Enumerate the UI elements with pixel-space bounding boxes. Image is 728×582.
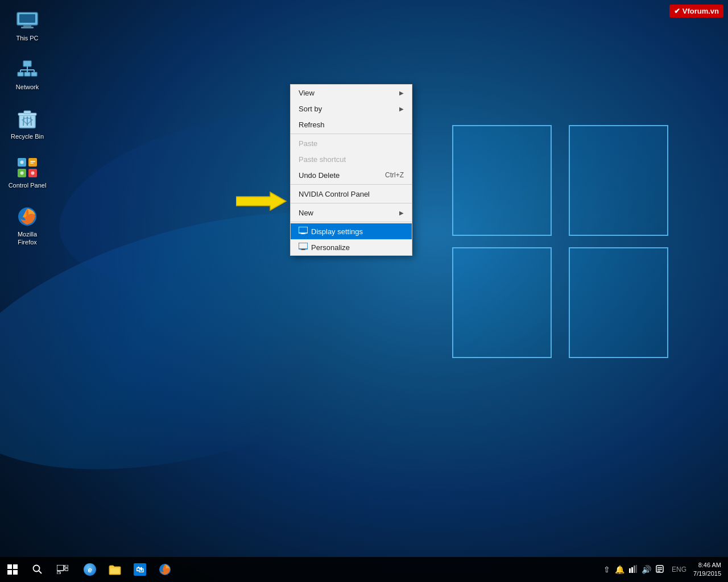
context-menu-undo-delete[interactable]: Undo Delete Ctrl+Z [291, 167, 412, 183]
personalize-content: Personalize [299, 243, 350, 252]
context-menu-display-settings[interactable]: Display settings [291, 223, 412, 239]
separator-4 [291, 222, 412, 222]
context-menu: View ▶ Sort by ▶ Refresh Paste Paste sho… [290, 84, 412, 256]
svg-rect-15 [24, 111, 31, 114]
watermark: ✔ Vforum.vn [669, 5, 723, 18]
recycle-bin-label: Recycle Bin [11, 132, 44, 140]
desktop-icons-container: This PC Network [0, 0, 55, 265]
network-label: Network [16, 83, 39, 91]
sort-by-label: Sort by [299, 105, 322, 113]
tray-up-arrow[interactable]: ⇧ [602, 564, 611, 575]
network-icon [16, 58, 39, 81]
new-arrow: ▶ [399, 210, 404, 216]
separator-3 [291, 203, 412, 203]
desktop-icon-firefox[interactable]: Mozilla Firefox [6, 202, 49, 250]
undo-delete-shortcut: Ctrl+Z [385, 171, 404, 179]
win-logo-panel-tr [569, 125, 668, 236]
taskbar: e 🛍 [0, 557, 728, 582]
tray-notification[interactable]: 🔔 [614, 564, 626, 575]
system-tray: ⇧ 🔔 🔊 [598, 557, 728, 582]
svg-rect-38 [57, 565, 64, 571]
taskbar-firefox[interactable] [152, 557, 177, 582]
taskbar-file-explorer[interactable] [102, 557, 127, 582]
svg-rect-51 [657, 567, 662, 568]
win-logo-panel-br [569, 247, 668, 358]
svg-rect-46 [629, 568, 631, 573]
taskbar-apps: e 🛍 [77, 557, 177, 582]
taskbar-store[interactable]: 🛍 [127, 557, 152, 582]
this-pc-icon [16, 9, 39, 32]
task-view-button[interactable] [50, 557, 75, 582]
paste-label: Paste [299, 139, 317, 148]
svg-rect-24 [30, 161, 35, 162]
search-button[interactable] [25, 557, 50, 582]
svg-point-36 [34, 566, 40, 572]
clock-date: 7/19/2015 [693, 569, 721, 578]
svg-rect-33 [299, 243, 308, 249]
win-logo-panel-tl [452, 125, 552, 236]
task-view-icon [57, 565, 68, 574]
yellow-arrow [236, 190, 287, 213]
svg-rect-41 [57, 572, 60, 574]
desktop[interactable]: This PC Network [0, 0, 728, 582]
ie-icon: e [84, 563, 96, 576]
svg-rect-52 [657, 569, 662, 570]
context-menu-nvidia[interactable]: NVIDIA Control Panel [291, 186, 412, 202]
separator-1 [291, 134, 412, 134]
svg-marker-29 [236, 192, 286, 210]
tray-network[interactable] [628, 564, 638, 576]
firefox-label: Mozilla Firefox [8, 230, 47, 247]
svg-rect-35 [300, 250, 306, 251]
context-menu-personalize[interactable]: Personalize [291, 239, 412, 255]
display-settings-content: Display settings [299, 227, 363, 236]
file-explorer-icon [109, 564, 121, 575]
language-indicator[interactable]: ENG [669, 566, 689, 573]
display-settings-icon [299, 227, 308, 236]
desktop-icon-recycle-bin[interactable]: Recycle Bin [6, 104, 49, 144]
recycle-bin-icon [16, 107, 39, 130]
desktop-icon-network[interactable]: Network [6, 55, 49, 94]
svg-point-27 [31, 171, 35, 174]
personalize-label: Personalize [311, 243, 350, 252]
svg-rect-42 [110, 568, 119, 573]
firefox-icon [16, 205, 39, 228]
context-menu-refresh[interactable]: Refresh [291, 117, 412, 132]
separator-2 [291, 184, 412, 185]
svg-rect-32 [300, 234, 306, 235]
personalize-icon [299, 243, 308, 252]
watermark-logo: ✔ Vforum.vn [674, 7, 719, 15]
svg-rect-39 [65, 565, 68, 567]
svg-rect-40 [65, 568, 68, 571]
svg-rect-1 [19, 14, 35, 23]
svg-rect-11 [24, 72, 30, 76]
context-menu-view[interactable]: View ▶ [291, 85, 412, 101]
context-menu-paste: Paste [291, 135, 412, 151]
context-menu-sort-by[interactable]: Sort by ▶ [291, 101, 412, 117]
paste-shortcut-label: Paste shortcut [299, 155, 346, 164]
svg-point-26 [20, 171, 24, 174]
tray-volume[interactable]: 🔊 [640, 564, 652, 575]
svg-point-23 [20, 160, 24, 164]
svg-rect-49 [636, 565, 637, 573]
display-settings-label: Display settings [311, 227, 363, 236]
svg-rect-47 [631, 567, 633, 573]
this-pc-label: This PC [16, 34, 38, 42]
svg-rect-53 [657, 571, 660, 572]
desktop-icon-this-pc[interactable]: This PC [6, 6, 49, 45]
tray-icons: ⇧ 🔔 🔊 [598, 564, 669, 576]
svg-text:🛍: 🛍 [136, 565, 144, 574]
system-clock[interactable]: 8:46 AM 7/19/2015 [689, 561, 726, 579]
tray-action-center[interactable] [655, 564, 665, 576]
sort-by-arrow: ▶ [399, 106, 404, 112]
start-button[interactable] [0, 557, 25, 582]
svg-rect-30 [299, 227, 308, 233]
taskbar-ie[interactable]: e [77, 557, 102, 582]
control-panel-label: Control Panel [9, 181, 47, 189]
view-arrow: ▶ [399, 90, 404, 96]
context-menu-new[interactable]: New ▶ [291, 205, 412, 221]
svg-rect-4 [23, 61, 31, 66]
win-logo-panel-bl [452, 247, 552, 358]
new-label: New [299, 209, 313, 217]
desktop-icon-control-panel[interactable]: Control Panel [6, 153, 49, 193]
svg-rect-12 [31, 72, 37, 76]
